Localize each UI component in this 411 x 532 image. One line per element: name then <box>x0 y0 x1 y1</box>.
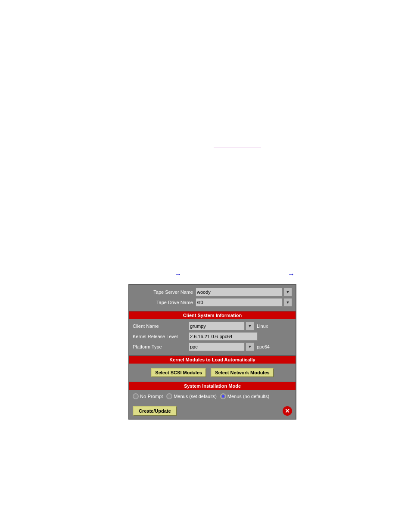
radio-no-prompt-circle <box>133 393 139 399</box>
tape-server-label: Tape Server Name <box>133 289 193 295</box>
tape-drive-row: Tape Drive Name <box>133 298 292 307</box>
tape-drive-dropdown[interactable] <box>283 298 292 307</box>
scsi-modules-button[interactable]: Select SCSI Modules <box>151 368 206 377</box>
tape-server-dropdown[interactable] <box>283 288 292 296</box>
platform-arch-label: ppc64 <box>257 344 270 349</box>
create-update-button[interactable]: Create/Update <box>133 406 177 416</box>
client-name-row: Client Name Linux <box>133 322 292 330</box>
kernel-label: Kernel Release Level <box>133 334 189 339</box>
install-mode-header: System Installation Mode <box>129 382 296 390</box>
action-section: Create/Update ✕ <box>129 403 296 419</box>
network-modules-button[interactable]: Select Network Modules <box>211 368 274 377</box>
platform-label: Platform Type <box>133 344 189 349</box>
tape-drive-label: Tape Drive Name <box>133 300 193 305</box>
radio-menus-no-defaults-label: Menus (no defaults) <box>227 394 269 399</box>
install-section: No-Prompt Menus (set defaults) Menus (no… <box>129 390 296 403</box>
client-section: Client Name Linux Kernel Release Level P… <box>129 319 296 355</box>
kernel-modules-header: Kernel Modules to Load Automatically <box>129 356 296 364</box>
radio-no-prompt[interactable]: No-Prompt <box>133 393 163 399</box>
client-name-input[interactable] <box>189 322 245 330</box>
radio-menus-defaults-label: Menus (set defaults) <box>174 394 217 399</box>
radio-menus-no-defaults[interactable]: Menus (no defaults) <box>220 393 269 399</box>
close-button[interactable]: ✕ <box>283 406 292 416</box>
kernel-section: Select SCSI Modules Select Network Modul… <box>129 364 296 382</box>
kernel-input[interactable] <box>189 332 258 341</box>
client-name-dropdown[interactable] <box>246 322 254 330</box>
platform-row: Platform Type ppc64 <box>133 342 292 351</box>
arrow-left-icon[interactable]: → <box>174 271 181 278</box>
arrow-right-icon[interactable]: → <box>288 271 295 278</box>
purple-link[interactable] <box>214 141 261 147</box>
radio-row: No-Prompt Menus (set defaults) Menus (no… <box>133 392 292 400</box>
radio-no-prompt-label: No-Prompt <box>140 394 163 399</box>
tape-section: Tape Server Name Tape Drive Name <box>129 285 296 311</box>
client-os-label: Linux <box>257 324 268 329</box>
client-section-header: Client System Information <box>129 311 296 319</box>
main-dialog: Tape Server Name Tape Drive Name Client … <box>128 284 296 420</box>
tape-server-row: Tape Server Name <box>133 288 292 296</box>
close-icon: ✕ <box>285 408 290 414</box>
client-name-label: Client Name <box>133 324 189 329</box>
tape-drive-input[interactable] <box>196 298 283 307</box>
radio-menus-defaults[interactable]: Menus (set defaults) <box>166 393 217 399</box>
kernel-row: Kernel Release Level <box>133 332 292 341</box>
module-buttons-row: Select SCSI Modules Select Network Modul… <box>133 366 292 379</box>
tape-server-input[interactable] <box>196 288 283 296</box>
platform-input[interactable] <box>189 342 245 351</box>
platform-dropdown[interactable] <box>246 342 254 351</box>
radio-menus-defaults-circle <box>166 393 172 399</box>
radio-menus-no-defaults-circle <box>220 393 226 399</box>
